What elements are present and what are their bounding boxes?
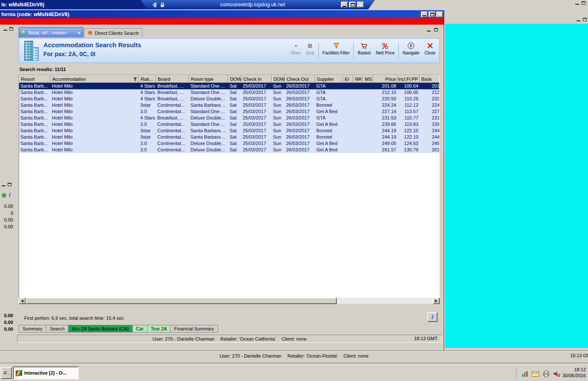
clock-date: 30/06/2016 (556, 372, 586, 378)
column-header-supplier[interactable]: Supplier (315, 75, 343, 83)
book-tab-icon (22, 30, 26, 35)
panel-minimize-icon[interactable] (2, 185, 6, 186)
tab-car[interactable]: Car (132, 325, 148, 333)
more-button[interactable]: More (288, 40, 303, 61)
column-header-dow[interactable]: DOW (272, 75, 285, 83)
column-header-incl-fl-pp[interactable]: Incl.Fl.PP (398, 75, 420, 83)
cell: Sat (228, 83, 241, 89)
rdp-restore-button[interactable] (349, 2, 356, 8)
result-row-9[interactable]: Santa Barb...Hotel Milo3starContinental.… (19, 134, 439, 140)
cell (363, 83, 373, 89)
result-row-8[interactable]: Santa Barb...Hotel Milo3starContinental.… (19, 128, 439, 134)
close-button[interactable]: Close (422, 40, 438, 61)
column-header-bask[interactable]: Bask (420, 75, 440, 83)
sidebar-asterisk-icon[interactable] (1, 193, 7, 199)
app-window-titlebar[interactable]: fornia (code: wMsN4EDnV6) × (0, 10, 444, 18)
scroll-left-button[interactable] (19, 298, 26, 304)
scrollbar-thumb[interactable] (26, 298, 337, 304)
cell (353, 147, 363, 153)
column-header-er[interactable]: Er (343, 75, 353, 83)
tab-search[interactable]: Search (46, 325, 68, 333)
cell: 26/03/2017 (285, 96, 315, 102)
column-header-ms[interactable]: MS (363, 75, 373, 83)
rdp-minimize-button[interactable] (341, 2, 348, 8)
panel-restore-icon[interactable] (8, 183, 11, 186)
printer-tray-icon[interactable] (543, 370, 550, 377)
column-header-board[interactable]: Board (156, 75, 189, 83)
app-close-button[interactable]: × (436, 11, 443, 17)
result-row-6[interactable]: Santa Barb...Hotel Milo4 StarsBreakfast,… (19, 115, 439, 121)
funnel-icon (333, 42, 340, 50)
taskbar-clock[interactable]: 18:12 30/06/2016 (556, 367, 586, 378)
column-header-resort[interactable]: Resort (19, 75, 51, 83)
result-row-11[interactable]: Santa Barb...Hotel Milo3.0Continental...… (19, 147, 439, 153)
result-row-1[interactable]: Santa Barb...Hotel Milo4 StarsBreakfast,… (19, 83, 439, 89)
taskbar-interactive-button[interactable]: Interactive [2] - O... (13, 367, 79, 379)
restore-icon[interactable] (583, 18, 587, 21)
result-row-2[interactable]: Santa Barb...Hotel Milo4 StarsBreakfast,… (19, 89, 439, 96)
horizontal-scrollbar[interactable] (19, 298, 440, 304)
cell: Hotel Milo (51, 147, 139, 153)
panel-minimize-icon[interactable] (3, 30, 7, 31)
tab-book[interactable]: Book, ref.: <none> × (19, 27, 83, 37)
cell: Sat (228, 128, 241, 134)
cell: 25/03/2017 (241, 134, 272, 140)
cell: Santa Barbara ... (189, 128, 228, 134)
cell: Sat (228, 102, 241, 108)
app-maximize-button[interactable] (429, 11, 435, 17)
table-header-row: ResortAccommodationRati...BoardRoom type… (19, 75, 439, 83)
basket-button[interactable]: Basket (355, 40, 373, 61)
column-header-accommodation[interactable]: Accommodation (51, 75, 139, 83)
cell: Breakfast, ... (156, 83, 189, 89)
building-icon (24, 41, 39, 61)
result-row-5[interactable]: Santa Barb...Hotel Milo3.0Continental...… (19, 108, 439, 115)
result-row-10[interactable]: Santa Barb...Hotel Milo3.0Continental...… (19, 140, 439, 147)
facilities-filter-button[interactable]: Facilities Filter (320, 40, 352, 61)
cell (343, 96, 353, 102)
result-row-3[interactable]: Santa Barb...Hotel Milo4 StarsBreakfast,… (19, 96, 439, 102)
pin-icon[interactable] (152, 2, 157, 8)
navigate-button[interactable]: Navigate (400, 40, 422, 61)
cell: Deluxe Double... (189, 115, 228, 121)
scroll-right-button[interactable] (433, 298, 440, 304)
cell: Standard One ... (189, 83, 228, 89)
tab-close-icon[interactable]: × (78, 30, 80, 35)
tab-tour-2a[interactable]: Tour 2A (147, 325, 171, 333)
tab-direct-clients-search[interactable]: Direct Clients Search (84, 28, 142, 37)
column-header-nr[interactable]: NR (353, 75, 363, 83)
panel-maximize-icon[interactable] (434, 28, 438, 31)
cell (343, 140, 353, 147)
column-header-dow[interactable]: DOW (228, 75, 241, 83)
tab-summary[interactable]: Summary (19, 325, 46, 333)
column-header-rati[interactable]: Rati... (139, 75, 156, 83)
column-header-check-out[interactable]: Check Out (285, 75, 315, 83)
bg-maximize-icon[interactable] (582, 1, 585, 5)
column-header-check-in[interactable]: Check In (241, 75, 272, 83)
mail-tray-icon[interactable] (532, 371, 539, 377)
result-row-7[interactable]: Santa Barb...Hotel Milo3.0Continental...… (19, 121, 439, 128)
bg-minimize-icon[interactable] (575, 4, 579, 5)
chart-tray-icon[interactable] (522, 370, 528, 377)
app-minimize-button[interactable] (421, 11, 428, 17)
column-header-price[interactable]: Price (373, 75, 398, 83)
sidebar-info-icon[interactable]: i (9, 192, 11, 199)
minimize-icon[interactable] (577, 20, 580, 21)
stop-button[interactable]: Stop (303, 40, 317, 61)
cell: Continental... (156, 128, 189, 134)
result-row-4[interactable]: Santa Barb...Hotel Milo3starContinental.… (19, 102, 439, 108)
cell: Hotel Milo (51, 121, 139, 128)
panel-minimize-icon[interactable] (427, 31, 431, 31)
column-header-room-type[interactable]: Room type (189, 75, 228, 83)
scrollbar-track[interactable] (337, 298, 433, 304)
rdp-close-button[interactable]: × (357, 2, 364, 8)
tab-financial-summary[interactable]: Financial Summary (170, 325, 218, 333)
tab-acc-santa-barbara[interactable]: Acc 2A Santa Barbara (CA) (68, 325, 133, 333)
panel-restore-icon[interactable] (9, 27, 13, 31)
app-window-title: fornia (code: wMsN4EDnV6) (1, 11, 69, 17)
cell: 26/03/2017 (285, 102, 315, 108)
cell: Hotel Milo (51, 83, 139, 89)
column-filter-funnel-icon[interactable] (133, 77, 137, 81)
info-button[interactable]: i (427, 312, 437, 322)
taskbar-partial-button[interactable]: -F... (1, 367, 12, 379)
nett-price-button[interactable]: Nett Price (373, 40, 397, 61)
